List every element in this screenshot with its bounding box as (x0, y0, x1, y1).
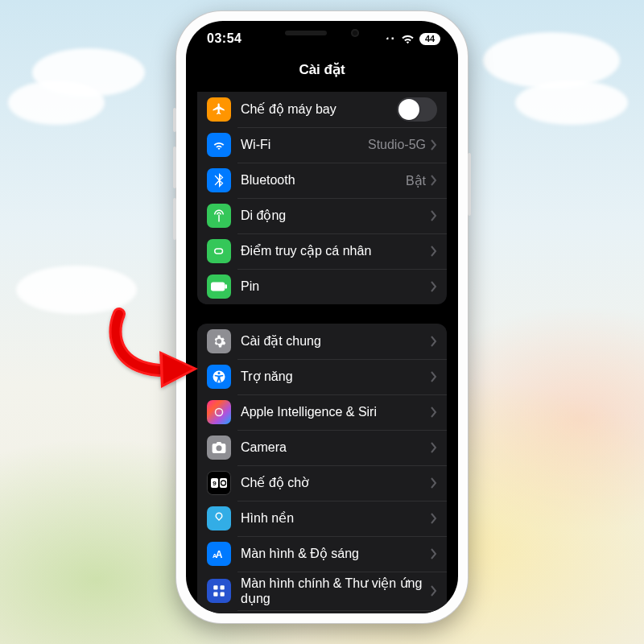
settings-scroll[interactable]: Chế độ máy bay Wi-Fi Studio-5G Bluetooth (186, 92, 458, 613)
chevron-right-icon (431, 407, 437, 418)
row-display[interactable]: AA Màn hình & Độ sáng (197, 536, 447, 572)
row-cellular[interactable]: Di động (197, 198, 447, 233)
chevron-right-icon (431, 477, 437, 489)
chevron-right-icon (431, 513, 437, 524)
phone-frame: 03:54 ··· 44 Cài đặt Chế độ máy bay (176, 11, 468, 623)
row-label: Chế độ chờ (241, 475, 431, 490)
row-camera[interactable]: Camera (197, 430, 447, 465)
row-wallpaper[interactable]: Hình nền (197, 501, 447, 536)
row-label: Wi-Fi (241, 137, 368, 152)
phone-screen: 03:54 ··· 44 Cài đặt Chế độ máy bay (186, 21, 458, 613)
row-value: Studio-5G (368, 138, 426, 152)
page-title: Cài đặt (186, 56, 458, 88)
link-icon (207, 239, 231, 263)
row-battery[interactable]: Pin (197, 269, 447, 304)
svg-rect-14 (221, 592, 225, 597)
svg-rect-0 (211, 283, 225, 291)
chevron-right-icon (431, 548, 437, 559)
row-value: Bật (406, 173, 426, 188)
wifi-icon (207, 133, 231, 157)
row-bluetooth[interactable]: Bluetooth Bật (197, 163, 447, 198)
row-label: Trợ năng (241, 369, 431, 384)
chevron-right-icon (431, 336, 437, 347)
cellular-icon (207, 204, 231, 228)
svg-text:A: A (213, 552, 217, 559)
row-airplane-mode[interactable]: Chế độ máy bay (197, 92, 447, 127)
chevron-right-icon (431, 371, 437, 382)
battery-icon (207, 275, 231, 299)
chevron-right-icon (431, 281, 437, 292)
row-label: Chế độ máy bay (241, 101, 397, 117)
svg-rect-13 (213, 592, 217, 597)
notch (254, 21, 390, 45)
chevron-right-icon (431, 175, 437, 186)
svg-rect-1 (225, 284, 227, 288)
chevron-right-icon (431, 139, 437, 151)
wifi-status-icon (401, 34, 415, 44)
row-label: Hình nền (241, 510, 431, 526)
gear-icon (207, 329, 231, 353)
chevron-right-icon (431, 210, 437, 221)
settings-group-connectivity: Chế độ máy bay Wi-Fi Studio-5G Bluetooth (197, 92, 447, 304)
svg-rect-12 (221, 585, 225, 589)
chevron-right-icon (431, 246, 437, 257)
row-label: Màn hình & Độ sáng (241, 546, 431, 561)
row-label: Pin (241, 279, 431, 294)
row-label: Di động (241, 208, 431, 223)
row-label: Cài đặt chung (241, 333, 431, 349)
svg-point-4 (216, 409, 223, 416)
row-homescreen[interactable]: Màn hình chính & Thư viện ứng dụng (197, 572, 447, 610)
standby-icon: 9 (207, 471, 231, 495)
row-hotspot[interactable]: Điểm truy cập cá nhân (197, 233, 447, 269)
settings-group-general: Cài đặt chung Trợ năng Apple Intelligenc… (197, 324, 447, 613)
svg-rect-11 (213, 585, 217, 589)
chevron-right-icon (431, 585, 437, 597)
airplane-toggle[interactable] (397, 97, 437, 122)
airplane-icon (207, 97, 231, 122)
row-label: Điểm truy cập cá nhân (241, 243, 431, 258)
camera-icon (207, 436, 231, 460)
chevron-right-icon (431, 442, 437, 453)
status-time: 03:54 (207, 31, 242, 46)
row-action-button[interactable]: Nút Tác vụ (197, 610, 447, 613)
bluetooth-icon (207, 168, 231, 192)
battery-status-icon: 44 (419, 33, 440, 45)
row-accessibility[interactable]: Trợ năng (197, 359, 447, 394)
row-label: Camera (241, 440, 431, 455)
row-general[interactable]: Cài đặt chung (197, 324, 447, 359)
apps-icon (207, 579, 231, 603)
row-wifi[interactable]: Wi-Fi Studio-5G (197, 127, 447, 163)
row-standby[interactable]: 9 Chế độ chờ (197, 465, 447, 501)
row-label: Màn hình chính & Thư viện ứng dụng (241, 576, 431, 606)
row-label: Apple Intelligence & Siri (241, 404, 431, 419)
display-icon: AA (207, 542, 231, 566)
svg-point-3 (218, 372, 221, 374)
row-siri[interactable]: Apple Intelligence & Siri (197, 394, 447, 430)
svg-text:9: 9 (213, 480, 217, 487)
row-label: Bluetooth (241, 172, 406, 188)
siri-icon (207, 400, 231, 424)
wallpaper-icon (207, 506, 231, 530)
accessibility-icon (207, 365, 231, 389)
